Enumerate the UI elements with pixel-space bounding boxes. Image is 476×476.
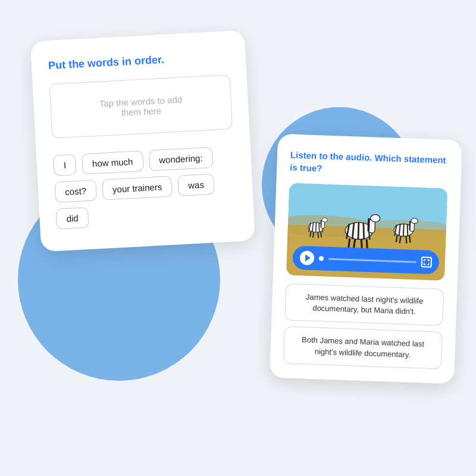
audio-progress-dot [319, 256, 324, 261]
svg-line-37 [406, 236, 407, 243]
play-button[interactable] [300, 250, 315, 265]
answer-box-placeholder: Tap the words to add them here [99, 94, 183, 118]
word-chip-your-trainers[interactable]: your trainers [102, 176, 173, 201]
word-answer-box[interactable]: Tap the words to add them here [49, 74, 233, 139]
svg-line-20 [363, 223, 365, 240]
audio-player[interactable] [292, 246, 439, 275]
zebra-image-container [286, 183, 447, 280]
svg-point-34 [411, 218, 418, 223]
word-chip-wondering[interactable]: wondering: [148, 147, 213, 171]
audio-instruction: Listen to the audio. Which statement is … [290, 148, 449, 178]
svg-line-7 [316, 223, 317, 233]
audio-question-card: Listen to the audio. Which statement is … [270, 134, 462, 384]
svg-line-19 [358, 223, 359, 239]
word-chips-container: I how much wondering: cost? your trainer… [53, 146, 237, 230]
word-chip-how-much[interactable]: how much [82, 151, 143, 174]
play-icon [305, 254, 310, 261]
word-chip-cost[interactable]: cost? [54, 180, 97, 203]
svg-line-14 [318, 233, 319, 238]
audio-progress-bar[interactable] [328, 258, 416, 262]
word-chip-i[interactable]: I [53, 154, 77, 176]
word-chip-was[interactable]: was [177, 174, 214, 196]
word-order-instruction: Put the words in order. [48, 50, 230, 72]
answer-option-1[interactable]: James watched last night's wildlife docu… [284, 283, 444, 326]
svg-point-11 [322, 218, 328, 222]
fullscreen-icon[interactable] [421, 256, 433, 268]
svg-line-31 [403, 224, 404, 236]
answer-option-2[interactable]: Both James and Maria watched last night'… [283, 327, 443, 369]
word-chip-did[interactable]: did [56, 207, 89, 230]
svg-line-38 [409, 236, 411, 243]
word-order-card: Put the words in order. Tap the words to… [30, 30, 255, 252]
svg-line-15 [321, 231, 322, 237]
svg-point-23 [370, 214, 380, 222]
